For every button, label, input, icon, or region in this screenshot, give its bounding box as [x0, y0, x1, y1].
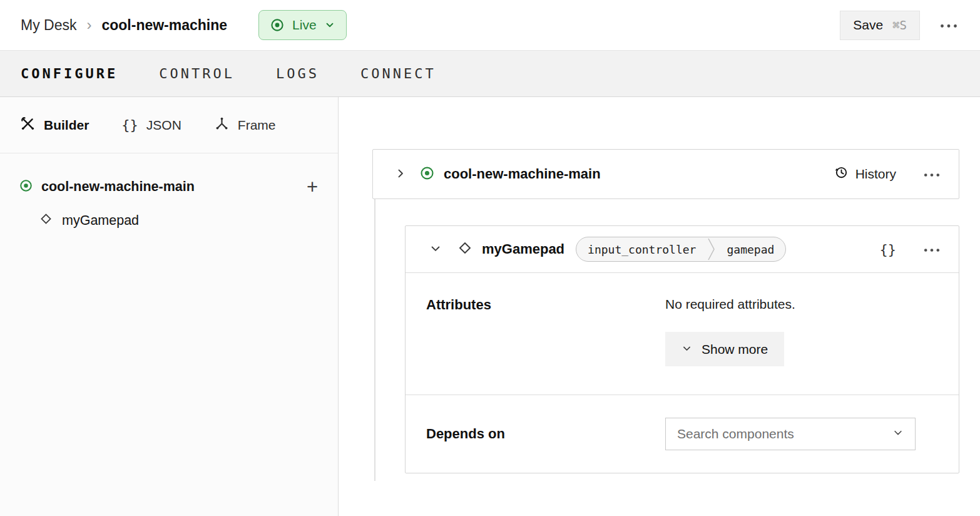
- collapse-component-card-button[interactable]: [427, 240, 444, 259]
- live-label: Live: [292, 18, 317, 33]
- top-header: My Desk › cool-new-machine Live Save ⌘S: [0, 0, 980, 51]
- ellipsis-icon: [924, 245, 940, 254]
- component-type-pill: input_controller gamepad: [576, 237, 786, 262]
- machine-part-card: cool-new-machine-main History: [372, 149, 959, 199]
- tree-item-machine-main-label: cool-new-machine-main: [41, 179, 195, 195]
- live-status-dropdown[interactable]: Live: [258, 10, 347, 40]
- component-menu-button[interactable]: [922, 240, 941, 259]
- machine-card-actions: History: [834, 165, 941, 184]
- tree-item-machine-main[interactable]: cool-new-machine-main +: [0, 170, 338, 204]
- breadcrumb: My Desk › cool-new-machine: [21, 17, 227, 34]
- attributes-section: Attributes No required attributes. Show …: [406, 273, 959, 395]
- frame-icon: [214, 116, 230, 135]
- tab-connect[interactable]: CONNECT: [360, 66, 436, 81]
- chevron-down-icon: [324, 19, 335, 31]
- depends-on-label: Depends on: [426, 426, 665, 442]
- pill-divider-chevron: [707, 237, 715, 261]
- component-card-connector: myGamepad input_controller gamepad {}: [374, 199, 959, 481]
- component-card-mygamepad: myGamepad input_controller gamepad {}: [405, 225, 959, 473]
- app-window: My Desk › cool-new-machine Live Save ⌘S: [0, 0, 980, 516]
- config-main-panel: cool-new-machine-main History: [339, 97, 980, 516]
- show-more-label: Show more: [702, 342, 768, 357]
- broadcast-icon: [19, 178, 33, 195]
- breadcrumb-separator: ›: [86, 18, 91, 33]
- component-card-header: myGamepad input_controller gamepad {}: [406, 226, 959, 273]
- component-type: input_controller: [576, 237, 707, 261]
- config-view-switcher: Builder {} JSON: [0, 97, 338, 153]
- chevron-down-icon: [681, 342, 692, 357]
- view-tab-json[interactable]: {} JSON: [121, 117, 181, 133]
- ellipsis-icon: [924, 170, 940, 179]
- history-button[interactable]: History: [834, 165, 896, 183]
- add-component-button[interactable]: +: [307, 177, 318, 197]
- tab-configure[interactable]: CONFIGURE: [21, 66, 118, 81]
- depends-on-placeholder: Search components: [677, 426, 794, 441]
- save-button[interactable]: Save ⌘S: [840, 11, 920, 40]
- save-shortcut: ⌘S: [892, 18, 907, 32]
- machine-card-menu-button[interactable]: [922, 165, 941, 184]
- view-tab-frame[interactable]: Frame: [214, 116, 276, 135]
- attributes-label: Attributes: [426, 297, 665, 366]
- view-tab-builder[interactable]: Builder: [20, 116, 89, 135]
- braces-icon: {}: [121, 117, 138, 133]
- sidebar: Builder {} JSON: [0, 97, 339, 516]
- component-card-actions: {}: [880, 240, 942, 259]
- component-title: myGamepad: [482, 241, 564, 257]
- component-model: gamepad: [715, 237, 785, 261]
- attributes-content: No required attributes. Show more: [665, 297, 938, 366]
- header-overflow-menu-button[interactable]: [939, 16, 959, 35]
- ellipsis-icon: [940, 21, 957, 30]
- tools-icon: [20, 116, 36, 135]
- show-more-button[interactable]: Show more: [665, 332, 784, 366]
- topbar-actions: Save ⌘S: [840, 11, 959, 40]
- machine-part-tree: cool-new-machine-main + myGamepad: [0, 153, 338, 237]
- tab-logs[interactable]: LOGS: [276, 66, 319, 81]
- view-tab-json-label: JSON: [146, 118, 181, 133]
- content-area: Builder {} JSON: [0, 97, 980, 516]
- breadcrumb-parent-link[interactable]: My Desk: [21, 17, 76, 34]
- broadcast-icon: [270, 18, 285, 33]
- chevron-right-icon: [394, 167, 407, 182]
- view-tab-builder-label: Builder: [44, 118, 89, 133]
- chevron-down-icon: [892, 426, 904, 441]
- attributes-empty-text: No required attributes.: [665, 297, 938, 312]
- expand-machine-card-button[interactable]: [392, 165, 409, 184]
- main-tabbar: CONFIGURE CONTROL LOGS CONNECT: [0, 51, 980, 97]
- breadcrumb-current: cool-new-machine: [101, 17, 227, 34]
- history-label: History: [855, 167, 896, 182]
- broadcast-icon: [419, 165, 435, 183]
- history-clock-icon: [834, 165, 849, 183]
- component-diamond-icon: [39, 212, 53, 230]
- save-label: Save: [853, 18, 883, 33]
- chevron-down-icon: [429, 242, 442, 257]
- tab-control[interactable]: CONTROL: [159, 66, 235, 81]
- view-tab-frame-label: Frame: [238, 118, 276, 133]
- machine-part-title: cool-new-machine-main: [444, 166, 601, 182]
- tree-item-mygamepad[interactable]: myGamepad: [0, 204, 338, 237]
- component-json-button[interactable]: {}: [880, 242, 897, 257]
- depends-on-select[interactable]: Search components: [665, 418, 916, 450]
- depends-on-section: Depends on Search components: [406, 395, 959, 473]
- tree-item-mygamepad-label: myGamepad: [62, 213, 139, 229]
- component-diamond-icon: [457, 240, 473, 259]
